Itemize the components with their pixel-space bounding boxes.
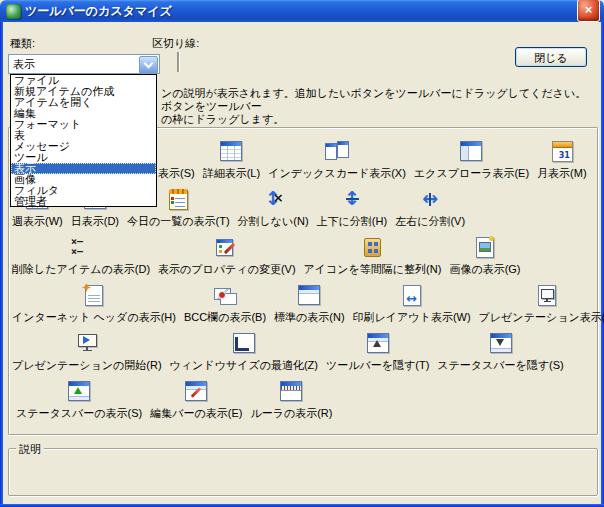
show-edit-bar-icon	[183, 378, 209, 404]
show-images-icon	[472, 234, 498, 260]
show-deleted-items-icon	[68, 234, 94, 260]
toolbar-button-month-view[interactable]: 月表示(M)	[537, 138, 587, 179]
toolbar-button-label: プレゼンテーション表示(P)	[479, 312, 604, 323]
category-option[interactable]: 管理者	[11, 196, 156, 207]
toolbar-button-label: BCC欄の表示(B)	[184, 312, 266, 323]
toolbar-button-label: 詳細表示(L)	[203, 168, 260, 179]
toolbar-button-show-statusbar[interactable]: ステータスバーの表示(S)	[16, 378, 142, 419]
toolbar-button-label: 月表示(M)	[537, 168, 587, 179]
toolbar-button-label: 印刷レイアウト表示(W)	[353, 312, 471, 323]
toolbar-button-change-view-properties[interactable]: 表示のプロパティの変更(V)	[158, 234, 295, 275]
toolbar-button-label: アイコンを等間隔に整列(N)	[304, 264, 442, 275]
toolbar-button-label: 削除したアイテムの表示(D)	[12, 264, 150, 275]
toolbar-button-label: 週表示(W)	[12, 216, 63, 227]
toolbar-button-label: インデックスカード表示(X)	[268, 168, 406, 179]
toolbar-button-split-vertical[interactable]: 左右に分割(V)	[395, 186, 465, 227]
category-combobox[interactable]: 表示	[8, 54, 160, 74]
toolbar-button-label: 表示のプロパティの変更(V)	[158, 264, 295, 275]
close-icon[interactable]: ×	[577, 0, 600, 22]
toolbar-button-show-bcc-field[interactable]: BCC欄の表示(B)	[184, 282, 266, 323]
toolbar-button-list-view[interactable]: 表示(S)	[158, 138, 195, 179]
toolbar-button-hide-toolbar[interactable]: ツールバーを隠す(T)	[326, 330, 429, 371]
change-view-properties-icon	[214, 234, 240, 260]
month-view-icon	[549, 138, 575, 164]
category-option[interactable]: フォーマット	[11, 119, 156, 130]
toolbar-button-hide-statusbar[interactable]: ステータスバーを隠す(S)	[437, 330, 563, 371]
toolbar-button-start-presentation[interactable]: プレゼンテーションの開始(R)	[12, 330, 162, 371]
toolbar-button-optimize-window-size[interactable]: ウィンドウサイズの最適化(Z)	[170, 330, 318, 371]
separator-sample[interactable]	[177, 52, 179, 72]
separator-label: 区切り線:	[152, 36, 199, 51]
toolbar-button-normal-view[interactable]: 標準の表示(N)	[274, 282, 345, 323]
today-list-view-icon	[165, 186, 191, 212]
toolbar-button-label: 編集バーの表示(E)	[150, 408, 242, 419]
toolbar-button-label: 表示(S)	[158, 168, 195, 179]
toolbar-button-explorer-view[interactable]: エクスプローラ表示(E)	[414, 138, 529, 179]
toolbar-button-label: ウィンドウサイズの最適化(Z)	[170, 360, 318, 371]
toolbar-button-label: ルーラの表示(R)	[250, 408, 332, 419]
toolbar-button-label: エクスプローラ表示(E)	[414, 168, 529, 179]
category-label: 種類:	[10, 36, 35, 51]
toolbar-button-label: インターネット ヘッダの表示(H)	[12, 312, 176, 323]
customize-toolbar-dialog: ツールバーのカスタマイズ × 種類: 区切り線: 閉じる 表示 ンの説明が表示さ…	[0, 0, 604, 507]
normal-view-icon	[296, 282, 322, 308]
instruction-text: ンの説明が表示されます。追加したいボタンをツールバーにドラッグしてください。ボタ…	[161, 87, 595, 126]
instruction-line-1: ンの説明が表示されます。追加したいボタンをツールバーにドラッグしてください。ボタ…	[161, 87, 595, 113]
window-border-left	[0, 22, 3, 507]
start-presentation-icon	[74, 330, 100, 356]
button-row-6: ステータスバーの表示(S)編集バーの表示(E)ルーラの表示(R)	[16, 378, 332, 419]
hide-statusbar-icon	[488, 330, 514, 356]
presentation-view-icon	[534, 282, 560, 308]
optimize-window-size-icon	[231, 330, 257, 356]
button-row-1: 表示(S)詳細表示(L)インデックスカード表示(X)エクスプローラ表示(E)月表…	[158, 138, 587, 179]
toolbar-button-label: プレゼンテーションの開始(R)	[12, 360, 162, 371]
toolbar-button-index-card-view[interactable]: インデックスカード表示(X)	[268, 138, 406, 179]
instruction-line-2: の枠にドラッグします。	[161, 113, 595, 126]
toolbar-button-show-ruler[interactable]: ルーラの表示(R)	[250, 378, 332, 419]
description-group-label: 説明	[16, 442, 44, 457]
toolbar-button-show-edit-bar[interactable]: 編集バーの表示(E)	[150, 378, 242, 419]
toolbar-button-align-icons[interactable]: アイコンを等間隔に整列(N)	[304, 234, 442, 275]
toolbar-button-label: 画像の表示(G)	[449, 264, 520, 275]
toolbar-button-show-images[interactable]: 画像の表示(G)	[449, 234, 520, 275]
button-row-3: 削除したアイテムの表示(D)表示のプロパティの変更(V)アイコンを等間隔に整列(…	[12, 234, 521, 275]
toolbar-button-show-internet-header[interactable]: インターネット ヘッダの表示(H)	[12, 282, 176, 323]
split-horizontal-icon	[339, 186, 365, 212]
close-dialog-button[interactable]: 閉じる	[515, 47, 587, 67]
toolbar-button-detail-view[interactable]: 詳細表示(L)	[203, 138, 260, 179]
no-split-icon	[260, 186, 286, 212]
toolbar-button-show-deleted-items[interactable]: 削除したアイテムの表示(D)	[12, 234, 150, 275]
toolbar-button-label: ツールバーを隠す(T)	[326, 360, 429, 371]
align-icons-icon	[359, 234, 385, 260]
show-statusbar-icon	[66, 378, 92, 404]
toolbar-button-label: 分割しない(N)	[238, 216, 309, 227]
toolbar-button-label: 上下に分割(H)	[317, 216, 388, 227]
detail-view-icon	[218, 138, 244, 164]
hide-toolbar-icon	[365, 330, 391, 356]
toolbar-button-label: 標準の表示(N)	[274, 312, 345, 323]
window-title: ツールバーのカスタマイズ	[25, 3, 577, 20]
toolbar-button-split-horizontal[interactable]: 上下に分割(H)	[317, 186, 388, 227]
toolbar-button-label: ステータスバーを隠す(S)	[437, 360, 563, 371]
toolbar-button-print-layout-view[interactable]: 印刷レイアウト表示(W)	[353, 282, 471, 323]
app-icon	[6, 4, 21, 19]
category-dropdown[interactable]: ファイル新規アイテムの作成アイテムを開く編集フォーマット表メッセージツール表示画…	[10, 74, 157, 207]
show-internet-header-icon	[81, 282, 107, 308]
button-row-5: プレゼンテーションの開始(R)ウィンドウサイズの最適化(Z)ツールバーを隠す(T…	[12, 330, 564, 371]
index-card-view-icon	[324, 138, 350, 164]
category-combobox-value[interactable]: 表示	[9, 55, 138, 73]
show-ruler-icon	[278, 378, 304, 404]
toolbar-button-presentation-view[interactable]: プレゼンテーション表示(P)	[479, 282, 604, 323]
toolbar-button-label: ステータスバーの表示(S)	[16, 408, 142, 419]
toolbar-button-no-split[interactable]: 分割しない(N)	[238, 186, 309, 227]
toolbar-button-label: 左右に分割(V)	[395, 216, 465, 227]
chevron-down-icon[interactable]	[139, 56, 158, 74]
titlebar: ツールバーのカスタマイズ ×	[0, 0, 604, 22]
toolbar-button-label: 日表示(D)	[71, 216, 119, 227]
show-bcc-field-icon	[212, 282, 238, 308]
print-layout-view-icon	[399, 282, 425, 308]
toolbar-button-label: 今日の一覧の表示(T)	[127, 216, 230, 227]
explorer-view-icon	[458, 138, 484, 164]
split-vertical-icon	[417, 186, 443, 212]
button-row-4: インターネット ヘッダの表示(H)BCC欄の表示(B)標準の表示(N)印刷レイア…	[12, 282, 604, 323]
